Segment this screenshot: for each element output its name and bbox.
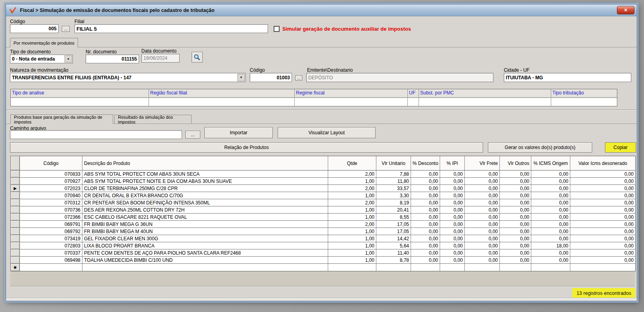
discount-cell[interactable]: 0,00: [411, 257, 440, 263]
product-desc-cell[interactable]: ABS SYM TOTAL PROTECT COM ABAS 30UN SECA: [82, 171, 328, 177]
col-vlr-frete[interactable]: Vlr Frete: [465, 156, 500, 170]
analysis-col-tipo-tributacao[interactable]: Tipo tributação: [551, 89, 617, 97]
tab-por-movimentacao[interactable]: Por movimentação de produtos: [10, 38, 78, 47]
others-cell[interactable]: 0,00: [500, 171, 531, 177]
copiar-button[interactable]: Copiar: [605, 142, 636, 153]
cidade-uf-input[interactable]: ITUIUTABA - MG: [504, 73, 631, 82]
icms-origin-cell[interactable]: 0,00: [531, 214, 570, 220]
ipi-cell[interactable]: 0,00: [440, 235, 465, 242]
search-button[interactable]: [192, 52, 203, 63]
freight-cell[interactable]: 0,00: [465, 214, 500, 220]
others-cell[interactable]: 0,00: [500, 214, 531, 220]
product-code-cell[interactable]: 070337: [20, 249, 82, 256]
discount-cell[interactable]: [411, 264, 440, 271]
product-desc-cell[interactable]: LIXA BLOCO PROART BRANCA: [82, 242, 328, 249]
col-icms-desonerado[interactable]: Valor Icms desonerado: [570, 156, 635, 170]
nr-documento-input[interactable]: 011155: [86, 55, 139, 63]
product-code-cell[interactable]: 072803: [20, 242, 82, 249]
discount-cell[interactable]: 0,00: [411, 249, 440, 256]
emitente-input[interactable]: DEPÓSITO: [306, 73, 493, 82]
ipi-cell[interactable]: 0,00: [440, 257, 465, 263]
ipi-cell[interactable]: 0,00: [440, 221, 465, 228]
analysis-col-regime-fiscal[interactable]: Regime fiscal: [295, 89, 408, 97]
table-row[interactable]: ▶072023CLOR DE TERBINAFINA 250MG C/28 CP…: [11, 185, 635, 192]
col-vlr-unitario[interactable]: Vlr Unitario: [376, 156, 411, 170]
tab-produtos-base[interactable]: Produtos base para geração da simulação …: [10, 114, 113, 124]
qty-cell[interactable]: [328, 264, 376, 271]
ipi-cell[interactable]: 0,00: [440, 192, 465, 199]
qty-cell[interactable]: 2,00: [328, 199, 376, 206]
col-qtde[interactable]: Qtde: [328, 156, 376, 170]
unit-price-cell[interactable]: 5,64: [376, 242, 411, 249]
product-desc-cell[interactable]: ABS SYM TOTAL PROTECT NOITE E DIA COM AB…: [82, 178, 328, 184]
product-desc-cell[interactable]: ESC CABELO ISACARE 8221 RAQUETE OVAL: [82, 214, 328, 220]
ipi-cell[interactable]: 0,00: [440, 185, 465, 192]
qty-cell[interactable]: 1,00: [328, 214, 376, 220]
freight-cell[interactable]: 0,00: [465, 192, 500, 199]
icms-origin-cell[interactable]: 0,00: [531, 249, 570, 256]
qty-cell[interactable]: 1,00: [328, 178, 376, 184]
discount-cell[interactable]: 0,00: [411, 178, 440, 184]
product-code-cell[interactable]: 070833: [20, 171, 82, 177]
relacao-produtos-bar[interactable]: Relação de Produtos: [10, 142, 483, 153]
qty-cell[interactable]: 2,00: [328, 221, 376, 228]
analysis-col-uf[interactable]: UF: [408, 89, 419, 97]
others-cell[interactable]: 0,00: [500, 199, 531, 206]
icms-exempt-cell[interactable]: 0,00: [570, 214, 635, 220]
analysis-cell[interactable]: [295, 98, 408, 106]
analysis-cell[interactable]: [408, 98, 419, 106]
analysis-col-subst-pmc[interactable]: Subst. por PMC: [419, 89, 551, 97]
discount-cell[interactable]: 0,00: [411, 242, 440, 249]
col-codigo[interactable]: Código: [20, 156, 82, 170]
simular-checkbox[interactable]: [274, 26, 280, 32]
unit-price-cell[interactable]: 8,78: [376, 257, 411, 263]
tipo-documento-select[interactable]: 0 - Nota de entrada ▼: [10, 55, 73, 63]
row-selector[interactable]: [11, 228, 20, 235]
chevron-down-icon[interactable]: ▼: [65, 55, 72, 63]
icms-origin-cell[interactable]: 18,00: [531, 242, 570, 249]
freight-cell[interactable]: 0,00: [465, 171, 500, 177]
table-row[interactable]: 069791FR BIMBI BABY MEGA G 36UN2,0017,05…: [11, 221, 635, 228]
col-vlr-outros[interactable]: Vlr Outros: [500, 156, 531, 170]
product-desc-cell[interactable]: FR BIMBI BABY MEGA G 36UN: [82, 221, 328, 228]
visualizar-layout-button[interactable]: Visualizar Layout: [278, 127, 376, 138]
icms-origin-cell[interactable]: 0,00: [531, 199, 570, 206]
ipi-cell[interactable]: 0,00: [440, 178, 465, 184]
icms-exempt-cell[interactable]: 0,00: [570, 235, 635, 242]
table-row[interactable]: 070312CR PENTEAR SEDA BOOM DEFINIÇÃO INT…: [11, 199, 635, 206]
icms-exempt-cell[interactable]: 0,00: [570, 185, 635, 192]
row-selector[interactable]: [11, 221, 20, 228]
icms-exempt-cell[interactable]: 0,00: [570, 228, 635, 235]
unit-price-cell[interactable]: 17,05: [376, 228, 411, 235]
others-cell[interactable]: 0,00: [500, 235, 531, 242]
unit-price-cell[interactable]: 8,19: [376, 199, 411, 206]
qty-cell[interactable]: 1,00: [328, 257, 376, 263]
others-cell[interactable]: 0,00: [500, 228, 531, 235]
codigo-filial-input[interactable]: 005: [10, 24, 59, 33]
filial-input[interactable]: FILIAL 5: [74, 24, 268, 33]
icms-origin-cell[interactable]: 0,00: [531, 171, 570, 177]
tab-resultado-simulacao[interactable]: Resultado da simulação dos impostos: [114, 115, 192, 124]
table-row[interactable]: 072803LIXA BLOCO PROART BRANCA1,005,640,…: [11, 242, 635, 249]
unit-price-cell[interactable]: [376, 264, 411, 271]
freight-cell[interactable]: 0,00: [465, 199, 500, 206]
freight-cell[interactable]: 0,00: [465, 242, 500, 249]
icms-origin-cell[interactable]: 0,00: [531, 235, 570, 242]
ipi-cell[interactable]: 0,00: [440, 228, 465, 235]
analysis-cell[interactable]: [11, 98, 149, 106]
row-selector[interactable]: [11, 171, 20, 177]
table-row[interactable]: ✱: [11, 264, 635, 271]
row-selector[interactable]: [11, 199, 20, 206]
icms-origin-cell[interactable]: 0,00: [531, 257, 570, 263]
icms-exempt-cell[interactable]: 0,00: [570, 178, 635, 184]
freight-cell[interactable]: 0,00: [465, 178, 500, 184]
qty-cell[interactable]: 1,00: [328, 192, 376, 199]
qty-cell[interactable]: 1,00: [328, 249, 376, 256]
analysis-col-tipo-analise[interactable]: Tipo de analise: [11, 89, 149, 97]
ipi-cell[interactable]: 0,00: [440, 214, 465, 220]
table-row[interactable]: 069498TOALHA UMEDECIDA BIMBI C/100 UND1,…: [11, 257, 635, 264]
row-selector[interactable]: [11, 242, 20, 249]
row-selector[interactable]: [11, 235, 20, 242]
emitente-codigo-input[interactable]: 01003: [250, 73, 292, 82]
unit-price-cell[interactable]: 20,41: [376, 206, 411, 213]
